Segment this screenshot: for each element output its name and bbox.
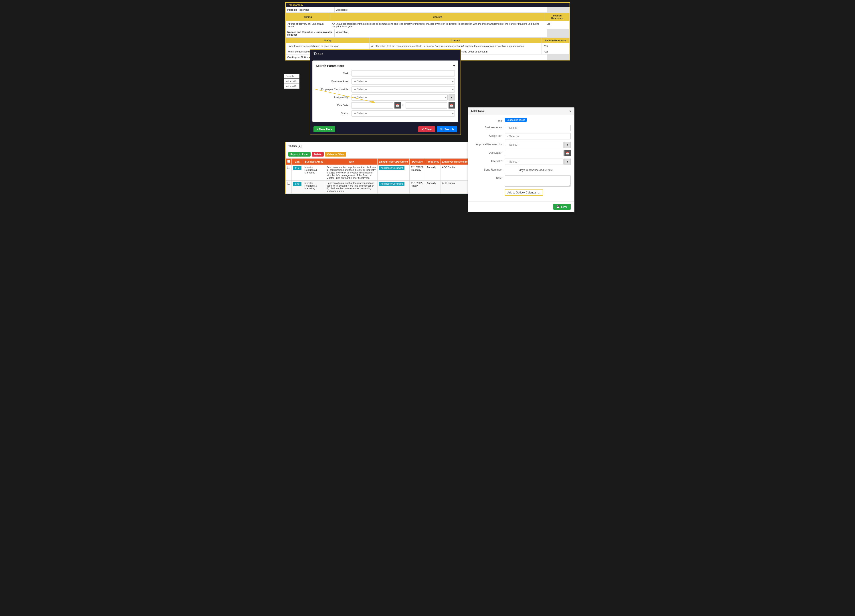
col-frequency-header: Frequency	[425, 159, 441, 165]
add-task-reminder-label: Send Reminder	[472, 167, 505, 171]
add-task-task-value: Suggested Tasks	[505, 118, 571, 121]
add-task-business-row: Business Area:	[472, 125, 571, 131]
row-business-areas: Investor Relations & Marketing	[303, 165, 325, 180]
business-area-select[interactable]: -- Select --	[351, 78, 455, 84]
tasks-modal-footer: + New Task ✕ Clear 🔍 Search	[310, 124, 461, 135]
assigned-by-row: Assigned By: -- Select -- ▼	[316, 94, 455, 101]
add-task-calendar-icon[interactable]: 📅	[564, 150, 571, 156]
employee-resp-label: Employee Responsible:	[316, 88, 351, 91]
suggested-tasks-badge[interactable]: Suggested Tasks	[505, 118, 527, 122]
row-due-date: 12/15/2022 Thursday	[409, 165, 425, 180]
row1-section: 2(d)	[545, 21, 569, 29]
row-linked: Add Report/Document	[378, 165, 409, 180]
business-area-label: Business Area:	[316, 80, 351, 83]
row-checkbox[interactable]	[287, 166, 290, 169]
row-checkbox-cell	[286, 165, 291, 180]
date-from-calendar-icon[interactable]: 📅	[394, 102, 401, 109]
search-params-title: Search Parameters	[316, 64, 344, 67]
add-task-duedate-row: Due Date: * 📅	[472, 150, 571, 156]
interval-dropdown-arrow[interactable]: ▼	[564, 159, 571, 165]
add-task-reminder-input[interactable]	[505, 167, 518, 173]
edit-button[interactable]: Edit	[293, 166, 302, 170]
notices-value: Applicable.	[335, 29, 547, 37]
add-task-business-input[interactable]	[505, 125, 571, 131]
row-checkbox[interactable]	[287, 182, 290, 185]
search-params-box: Search Parameters ▾ Task: Business Area:…	[313, 61, 458, 122]
periodic-reporting-value: Applicable.	[335, 7, 547, 12]
delete-button[interactable]: Delete	[312, 152, 324, 157]
periodic-reporting-gray	[547, 7, 570, 12]
row1-timing: At time of delivery of Fund annual repor…	[286, 21, 330, 29]
calendar-view-button[interactable]: Calendar View	[325, 152, 346, 157]
add-task-approval-label: Approval Required by:	[472, 142, 505, 146]
tasks-table-title: Tasks [2]	[288, 144, 302, 148]
add-task-approval-input[interactable]	[505, 142, 564, 148]
add-task-footer: 💾 Save	[468, 201, 574, 212]
content-col-header: Content	[330, 13, 545, 21]
save-button[interactable]: 💾 Save	[553, 204, 571, 210]
export-excel-button[interactable]: Export to Excel	[288, 152, 311, 157]
col-task-header: Task	[325, 159, 377, 165]
add-report-button[interactable]: Add Report/Document	[379, 182, 405, 186]
add-task-reminder-row: Send Reminder days in advance of due dat…	[472, 167, 571, 173]
assigned-by-dropdown-arrow[interactable]: ▼	[449, 94, 455, 101]
row2-content: An affirmation that the representations …	[369, 43, 541, 49]
business-area-row: Business Area: -- Select --	[316, 78, 455, 84]
close-icon[interactable]: ×	[569, 109, 571, 113]
date-to-calendar-icon[interactable]: 📅	[449, 102, 455, 109]
edit-button[interactable]: Edit	[293, 182, 302, 186]
notices-row: Notices and Reporting - Upon Investor Re…	[286, 29, 570, 38]
add-task-title: Add Task	[471, 109, 484, 113]
col-linked-header: Linked Report/Document	[378, 159, 409, 165]
new-task-button[interactable]: + New Task	[314, 126, 335, 132]
status-select[interactable]: -- Select --	[351, 110, 455, 116]
add-task-outlook-spacer	[472, 190, 505, 191]
add-report-button[interactable]: Add Report/Document	[379, 166, 405, 170]
row2-timing: Upon Investor request (limited to once p…	[286, 43, 369, 49]
approval-dropdown-arrow[interactable]: ▼	[564, 142, 571, 148]
due-date-from-input[interactable]: 09/18/2022	[351, 102, 393, 109]
add-task-note-textarea[interactable]	[505, 176, 571, 186]
sidebar-item-notspecifi2: Not specifi...	[284, 84, 299, 89]
row-linked: Add Report/Document	[378, 180, 409, 194]
notices-gray	[547, 29, 570, 37]
add-task-interval-input[interactable]	[505, 159, 564, 165]
collapse-icon[interactable]: ▾	[453, 64, 455, 67]
row-task-text: Send an unaudited supplement that disclo…	[325, 165, 377, 180]
add-task-note-row: Note:	[472, 176, 571, 187]
employee-resp-select[interactable]: -- Select --	[351, 86, 455, 93]
row-employee: ABC Capital	[441, 180, 470, 194]
contingent-gray	[547, 55, 570, 60]
task-label: Task:	[316, 72, 351, 75]
col-due-date-header: Due Date	[409, 159, 425, 165]
date-separator: to	[402, 104, 404, 107]
search-button[interactable]: 🔍 Search	[437, 126, 457, 132]
row-frequency: Annually	[425, 180, 441, 194]
employee-resp-row: Employee Responsible: -- Select --	[316, 86, 455, 93]
add-task-header: Add Task ×	[468, 108, 574, 115]
clear-button[interactable]: ✕ Clear	[418, 126, 435, 132]
select-all-checkbox[interactable]	[287, 160, 290, 163]
reminder-suffix: days in advance of due date	[519, 168, 553, 172]
col-edit-header: Edit	[291, 159, 303, 165]
task-input[interactable]	[351, 70, 455, 76]
add-task-duedate-input[interactable]	[505, 150, 564, 156]
timing-table: Timing Content Section Reference At time…	[286, 13, 570, 29]
section-col-header: Section Reference	[545, 13, 569, 21]
row-checkbox-cell	[286, 180, 291, 194]
sidebar-item-notspecifi1: Not specifi...	[284, 79, 299, 84]
col-employee-header: Employee Responsible	[441, 159, 470, 165]
add-task-modal: Add Task × Task: Suggested Tasks Busines…	[468, 107, 575, 212]
notices-section-header: Section Reference	[542, 38, 569, 43]
table-row: Upon Investor request (limited to once p…	[286, 43, 569, 49]
row-employee: ABC Capital	[441, 165, 470, 180]
add-to-outlook-button[interactable]: Add to Outlook Calendar: ...	[505, 190, 543, 196]
assigned-by-select[interactable]: -- Select --	[351, 94, 447, 101]
due-date-to-input[interactable]: 12/31/2022	[406, 102, 447, 109]
add-task-assign-input[interactable]	[505, 133, 571, 139]
due-date-row: Due Date: 09/18/2022 📅 to 12/31/2022 📅	[316, 102, 455, 109]
timing-col-header: Timing	[286, 13, 330, 21]
tasks-modal: Tasks Search Parameters ▾ Task: Business…	[310, 49, 461, 135]
task-field-row: Task:	[316, 70, 455, 76]
add-task-assign-label: Assign to: *	[472, 133, 505, 138]
